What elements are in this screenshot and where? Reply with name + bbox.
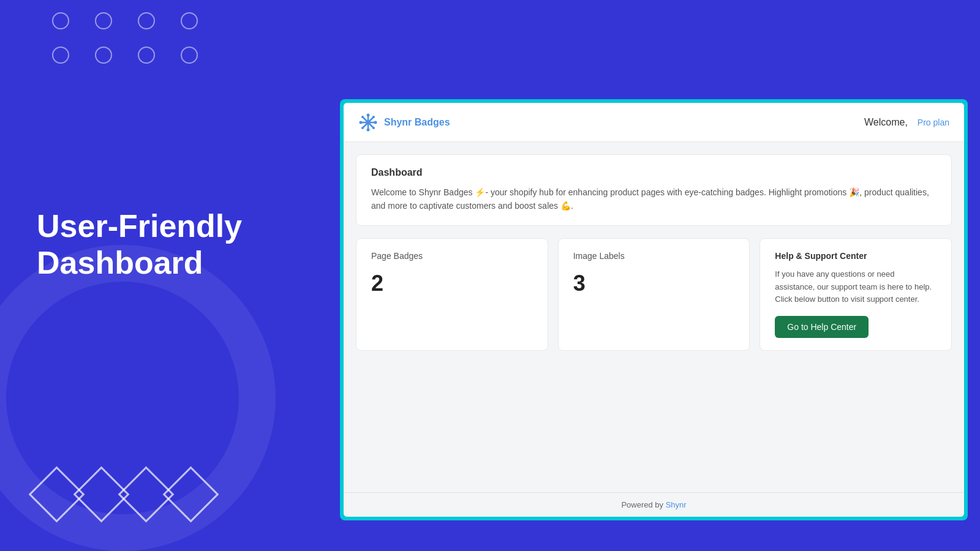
svg-point-5 [361,116,364,118]
hero-line1: User-Friendly [37,208,242,245]
logo-area: Shynr Badges [358,113,450,132]
svg-point-7 [372,116,375,118]
cards-row: Page Badges 2 Image Labels 3 Help & Supp… [356,238,952,351]
svg-point-0 [366,120,371,125]
page-badges-title: Page Badges [371,251,533,261]
diamond-1 [29,467,85,523]
svg-point-1 [367,113,370,116]
dashboard-title: Dashboard [371,167,937,178]
app-footer: Powered by Shynr [344,492,964,517]
powered-by-text: Powered by [621,500,663,509]
diamond-3 [118,467,175,523]
decorative-circles [0,0,245,122]
dashboard-description: Welcome to Shynr Badges ⚡- your shopify … [371,186,937,213]
support-description: If you have any questions or need assist… [775,268,937,306]
help-center-button[interactable]: Go to Help Center [775,316,869,338]
shynr-link[interactable]: Shynr [666,500,687,509]
dashboard-section: Dashboard Welcome to Shynr Badges ⚡- you… [356,154,952,226]
svg-point-2 [367,128,370,131]
image-labels-value: 3 [573,271,735,296]
image-labels-card: Image Labels 3 [558,238,750,351]
diamond-4 [163,467,219,523]
hero-text: User-Friendly Dashboard [37,208,242,282]
svg-point-4 [374,121,377,124]
hero-line2: Dashboard [37,245,242,282]
page-badges-card: Page Badges 2 [356,238,548,351]
pro-plan-link[interactable]: Pro plan [918,118,949,127]
inner-window: Shynr Badges Welcome, Pro plan Dashboard… [344,103,964,517]
page-badges-value: 2 [371,271,533,296]
header-right: Welcome, Pro plan [864,117,949,128]
diamond-2 [74,467,130,523]
app-header: Shynr Badges Welcome, Pro plan [344,103,964,142]
app-logo-text: Shynr Badges [384,117,450,128]
svg-point-3 [360,121,363,124]
svg-point-8 [361,127,364,129]
support-card: Help & Support Center If you have any qu… [760,238,952,351]
support-title: Help & Support Center [775,251,937,261]
logo-icon [358,113,378,132]
content-area: Dashboard Welcome to Shynr Badges ⚡- you… [344,142,964,492]
main-window: Shynr Badges Welcome, Pro plan Dashboard… [340,99,968,520]
image-labels-title: Image Labels [573,251,735,261]
welcome-label: Welcome, [864,117,908,128]
svg-point-6 [372,127,375,129]
decorative-diamonds [37,474,211,514]
background-arc [0,245,276,551]
